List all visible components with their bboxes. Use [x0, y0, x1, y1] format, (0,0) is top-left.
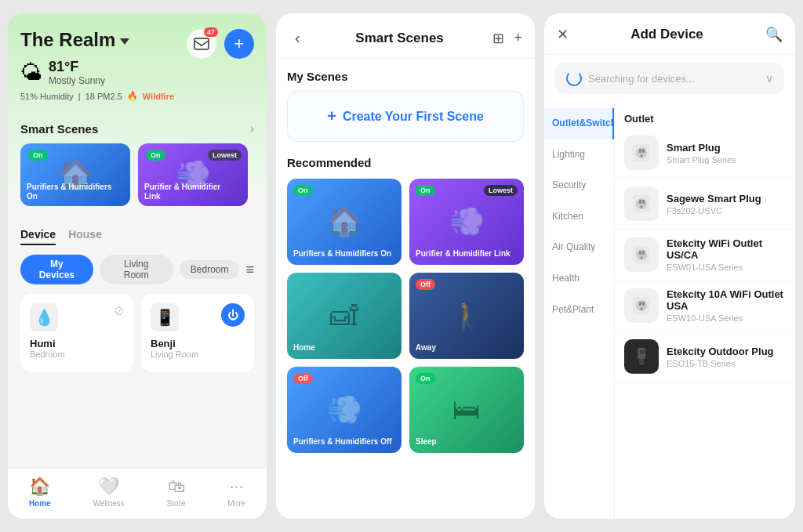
middle-panel: ‹ Smart Scenes ⊞ + My Scenes + Create Yo…	[276, 13, 535, 519]
add-button[interactable]: +	[224, 29, 254, 59]
outlet-icon-4	[630, 294, 653, 317]
category-list: Outlet&Switch Lighting Security Kitchen …	[544, 102, 615, 519]
my-scenes-title: My Scenes	[287, 70, 524, 83]
mail-icon	[194, 38, 209, 50]
rec-off-badge-4: Off	[416, 279, 435, 290]
scene-label-1: Purifiers & Humidifiers On	[27, 183, 121, 201]
device-top-benji: 📱 ⏻	[151, 303, 245, 331]
sagewe-info: Sagewe Smart Plug F3s202-USVC	[667, 193, 786, 215]
rec-on-badge-6: On	[416, 373, 435, 384]
device-etekcity-10a[interactable]: Etekcity 10A WiFi Outlet USA ESW10-USA S…	[615, 280, 795, 331]
right-content: Outlet&Switch Lighting Security Kitchen …	[544, 102, 795, 519]
filter-bedroom[interactable]: Bedroom	[180, 260, 240, 279]
device-tabs: Device House	[20, 228, 254, 245]
mail-badge: 47	[204, 27, 218, 37]
device-name-benji: Benji	[151, 338, 245, 349]
nav-more[interactable]: ··· More	[227, 476, 245, 508]
benji-power-button[interactable]: ⏻	[221, 303, 245, 327]
etekcity-usca-info: Etekcity WiFi Outlet US/CA ESW01-USA Ser…	[667, 237, 786, 272]
etekcity-usca-name: Etekcity WiFi Outlet US/CA	[667, 237, 786, 261]
device-section: Device House My Devices Living Room Bedr…	[8, 217, 267, 468]
etekcity-10a-series: ESW10-USA Series	[667, 313, 786, 323]
tab-house[interactable]: House	[68, 228, 102, 245]
rec-card-6[interactable]: 🛏 On Sleep	[409, 367, 524, 453]
rec-label-3: Home	[293, 342, 315, 353]
scene-card-1[interactable]: 🏠 On Purifiers & Humidifiers On	[20, 143, 130, 206]
temperature: 81°F	[49, 59, 105, 75]
header-icons: 47 +	[187, 29, 254, 59]
outdoor-plug-name: Etekcity Outdoor Plug	[667, 346, 786, 357]
rec-card-3[interactable]: 🛋 Home	[287, 273, 402, 359]
close-button[interactable]: ✕	[557, 26, 569, 43]
realm-chevron-icon[interactable]	[120, 38, 129, 45]
rec-card-1[interactable]: 🏠 On Purifiers & Humidifiers On	[287, 179, 402, 265]
device-card-benji[interactable]: 📱 ⏻ Benji Living Room	[141, 294, 254, 372]
device-smart-plug[interactable]: Smart Plug Smart Plug Series	[615, 128, 795, 179]
scene-card-2[interactable]: 💨 On Lowest Purifier & Humidifier Link	[138, 143, 248, 206]
rec-lowest-badge-2: Lowest	[484, 185, 518, 196]
air-quality-row: 51% Humidity | 18 PM2.5 🔥 Wildfire	[20, 91, 254, 101]
scenes-chevron-icon[interactable]: ›	[250, 121, 254, 136]
svg-rect-9	[642, 200, 645, 204]
outdoor-plug-series: ESO15-TB Series	[667, 359, 786, 368]
weather-desc: Mostly Sunny	[49, 75, 105, 86]
mail-button[interactable]: 47	[187, 29, 216, 59]
device-outdoor-plug[interactable]: Etekcity Outdoor Plug ESO15-TB Series	[615, 331, 795, 382]
device-sagewe[interactable]: Sagewe Smart Plug F3s202-USVC	[615, 179, 795, 230]
device-card-humi[interactable]: 💧 ⊘ Humi Bedroom	[20, 294, 133, 372]
nav-home[interactable]: 🏠 Home	[29, 476, 51, 508]
device-name-humi: Humi	[30, 338, 124, 349]
back-button[interactable]: ‹	[289, 26, 307, 50]
svg-rect-8	[639, 200, 641, 204]
nav-more-label: More	[227, 499, 245, 508]
sun-icon: 🌤	[20, 60, 42, 85]
separator: |	[78, 92, 81, 101]
svg-rect-3	[639, 149, 641, 153]
lowest-badge-2: Lowest	[208, 150, 242, 161]
filter-icon[interactable]: ≡	[245, 262, 254, 278]
search-bar: Searching for devices... ∨	[555, 63, 784, 94]
cat-kitchen[interactable]: Kitchen	[544, 201, 614, 233]
svg-point-15	[641, 257, 643, 259]
filter-row: My Devices Living Room Bedroom ≡	[20, 255, 254, 284]
search-button[interactable]: 🔍	[765, 26, 783, 43]
recommended-title: Recommended	[287, 156, 524, 169]
rec-label-5: Purifiers & Humidifiers Off	[293, 436, 392, 447]
nav-store[interactable]: 🛍 Store	[167, 476, 186, 508]
sagewe-name: Sagewe Smart Plug	[667, 193, 786, 204]
scenes-grid-button[interactable]: ⊞	[492, 30, 504, 47]
left-panel: The Realm 47 + 🌤 81°F Mostly Sunny	[8, 13, 267, 519]
cat-air-quality[interactable]: Air Quality	[544, 232, 614, 263]
rec-card-5[interactable]: 💨 Off Purifiers & Humidifiers Off	[287, 367, 402, 453]
etekcity-10a-info: Etekcity 10A WiFi Outlet USA ESW10-USA S…	[667, 288, 786, 323]
sagewe-thumb	[624, 186, 659, 221]
scenes-scroll: 🏠 On Purifiers & Humidifiers On 💨 On Low…	[8, 143, 267, 217]
scenes-add-button[interactable]: +	[514, 30, 522, 46]
search-chevron-icon[interactable]: ∨	[765, 72, 773, 85]
rec-card-2[interactable]: 💨 On Lowest Purifier & Humidifier Link	[409, 179, 524, 265]
rec-card-4[interactable]: 🚶 Off Away	[409, 273, 524, 359]
create-scene-box[interactable]: + Create Your First Scene	[287, 91, 524, 142]
create-scene-label: Create Your First Scene	[343, 110, 484, 124]
cat-security[interactable]: Security	[544, 170, 614, 201]
filter-my-devices[interactable]: My Devices	[20, 255, 93, 284]
cat-health[interactable]: Health	[544, 263, 614, 295]
outdoor-plug-thumb	[624, 339, 659, 374]
cat-pet-plant[interactable]: Pet&Plant	[544, 295, 614, 326]
device-etekcity-usca[interactable]: Etekcity WiFi Outlet US/CA ESW01-USA Ser…	[615, 230, 795, 280]
rec-on-badge-1: On	[293, 185, 313, 196]
right-panel: ✕ Add Device 🔍 Searching for devices... …	[544, 13, 795, 519]
humidity-text: 51% Humidity	[20, 92, 74, 101]
cat-outlet-switch[interactable]: Outlet&Switch	[544, 108, 614, 139]
filter-living-room[interactable]: Living Room	[100, 255, 173, 284]
nav-store-label: Store	[167, 499, 186, 508]
outlet-section-title: Outlet	[615, 107, 795, 128]
cat-lighting[interactable]: Lighting	[544, 139, 614, 171]
pm-text: 18 PM2.5	[85, 92, 122, 101]
nav-wellness[interactable]: 🤍 Wellness	[93, 476, 124, 508]
weather-row: 🌤 81°F Mostly Sunny	[20, 59, 254, 86]
middle-header-icons: ⊞ +	[492, 30, 522, 47]
svg-rect-22	[639, 359, 644, 365]
on-badge-1: On	[28, 150, 48, 161]
tab-device[interactable]: Device	[20, 228, 56, 245]
